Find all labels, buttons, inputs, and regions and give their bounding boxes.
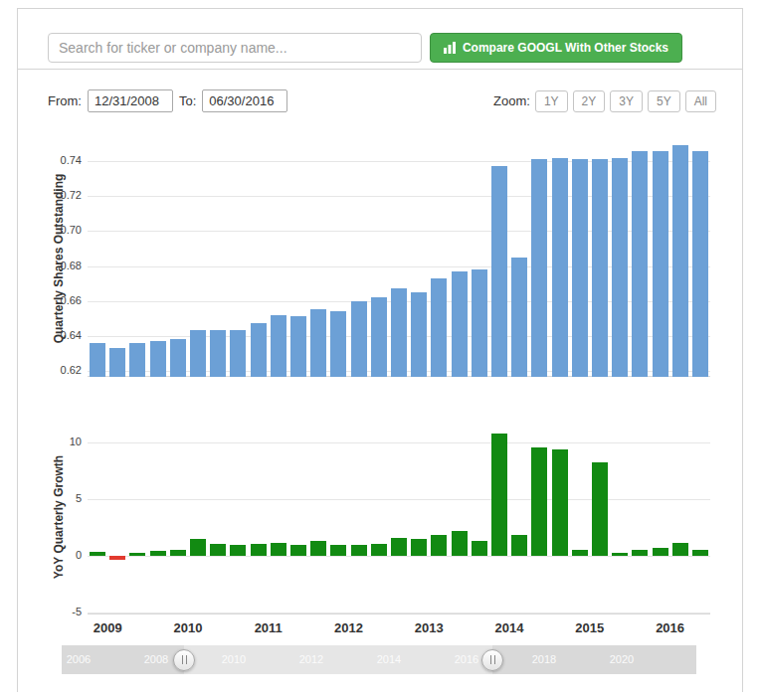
shares-bar xyxy=(109,348,125,377)
compare-button-label: Compare GOOGL With Other Stocks xyxy=(463,41,668,55)
shares-bar xyxy=(371,297,387,377)
x-axis-year-label: 2010 xyxy=(166,620,210,635)
y-tick-label: 0.64 xyxy=(34,329,82,341)
growth-bar xyxy=(452,531,468,556)
zoom-button-2y[interactable]: 2Y xyxy=(573,90,606,112)
y-tick-label: 0 xyxy=(34,549,82,561)
shares-outstanding-chart: 0.740.720.700.680.660.640.62 xyxy=(88,141,710,377)
growth-bar xyxy=(109,556,125,561)
shares-bar xyxy=(452,271,468,377)
zoom-button-1y[interactable]: 1Y xyxy=(535,90,568,112)
x-axis-year-label: 2011 xyxy=(247,620,290,635)
growth-bar xyxy=(129,553,145,555)
navigator-year-label: 2016 xyxy=(452,653,481,665)
navigator-year-label: 2006 xyxy=(64,653,94,665)
growth-bar xyxy=(150,551,166,556)
growth-bar xyxy=(431,535,447,556)
growth-bar xyxy=(210,544,226,555)
from-date-input[interactable] xyxy=(88,89,173,112)
gridline xyxy=(88,612,710,613)
yoy-growth-chart: 1050-5 xyxy=(88,420,710,614)
shares-bar xyxy=(431,278,447,377)
from-label: From: xyxy=(48,93,82,108)
shares-bar xyxy=(572,159,588,377)
shares-bar xyxy=(411,292,427,377)
shares-bar xyxy=(692,151,708,377)
navigator-year-label: 2010 xyxy=(219,653,249,665)
y-tick-label: 5 xyxy=(34,492,82,504)
growth-bar xyxy=(592,462,608,555)
x-axis-year-label: 2014 xyxy=(487,620,531,635)
navigator-year-label: 2008 xyxy=(141,653,171,665)
y-tick-label: 0.74 xyxy=(34,154,82,166)
shares-bar xyxy=(170,339,186,377)
x-axis-year-label: 2015 xyxy=(568,620,612,635)
growth-bar xyxy=(230,545,246,555)
x-axis-year-label: 2013 xyxy=(407,620,451,635)
zoom-controls: Zoom: 1Y2Y3Y5YAll xyxy=(493,90,716,112)
bar-chart-icon xyxy=(444,42,456,54)
shares-bar xyxy=(90,343,105,377)
page: Compare GOOGL With Other Stocks From: To… xyxy=(0,0,760,700)
growth-bar xyxy=(90,552,105,555)
growth-bar xyxy=(330,545,346,555)
zoom-button-all[interactable]: All xyxy=(685,90,716,112)
navigator-handle-right[interactable] xyxy=(481,649,503,671)
gridline xyxy=(88,556,710,557)
navigator-year-label: 2018 xyxy=(529,653,559,665)
shares-bar xyxy=(251,323,267,377)
growth-bar xyxy=(170,550,186,556)
growth-bar xyxy=(491,434,507,556)
y-tick-label: 0.66 xyxy=(34,294,82,306)
growth-bar xyxy=(612,553,628,555)
shares-bar xyxy=(511,258,527,377)
growth-bar xyxy=(271,543,286,556)
gridline xyxy=(88,499,710,500)
top-bar: Compare GOOGL With Other Stocks xyxy=(18,9,742,69)
growth-bar xyxy=(371,544,387,555)
shares-bar xyxy=(129,343,145,377)
shares-bar xyxy=(531,159,547,377)
shares-bar xyxy=(632,151,648,377)
growth-bar xyxy=(472,541,487,556)
growth-bar xyxy=(511,535,527,556)
shares-bar xyxy=(210,330,226,377)
y-tick-label: 0.68 xyxy=(34,260,82,271)
y-tick-label: 0.72 xyxy=(34,189,82,201)
shares-bar xyxy=(330,311,346,377)
y-tick-label: 0.62 xyxy=(34,364,82,376)
gridline xyxy=(88,442,710,443)
growth-bar xyxy=(190,539,206,556)
y-tick-label: 0.70 xyxy=(34,224,82,236)
growth-bar xyxy=(692,550,708,556)
to-date-input[interactable] xyxy=(202,89,287,112)
drag-grip-icon xyxy=(490,655,495,664)
shares-bar xyxy=(672,145,688,377)
growth-bar xyxy=(391,538,407,556)
shares-bar xyxy=(150,341,166,377)
range-navigator[interactable]: 20062008201020122014201620182020 xyxy=(62,645,696,674)
growth-bar xyxy=(632,550,648,556)
growth-bar xyxy=(552,449,568,556)
drag-grip-icon xyxy=(182,655,187,664)
growth-bar xyxy=(653,548,668,556)
shares-bar xyxy=(310,309,326,377)
shares-bar xyxy=(592,159,608,377)
shares-bar xyxy=(472,269,487,377)
compare-stocks-button[interactable]: Compare GOOGL With Other Stocks xyxy=(430,33,682,63)
chart-panel: From: To: Zoom: 1Y2Y3Y5YAll Quarterly Sh… xyxy=(18,69,742,693)
growth-bar xyxy=(672,543,688,556)
zoom-button-5y[interactable]: 5Y xyxy=(648,90,680,112)
growth-bar xyxy=(531,447,547,555)
navigator-handle-left[interactable] xyxy=(173,649,195,671)
navigator-year-label: 2020 xyxy=(607,653,637,665)
zoom-button-3y[interactable]: 3Y xyxy=(610,90,643,112)
y-tick-label: 10 xyxy=(34,436,82,447)
navigator-year-label: 2014 xyxy=(374,653,404,665)
search-input[interactable] xyxy=(48,33,422,63)
x-axis-year-label: 2009 xyxy=(86,620,129,635)
range-controls: From: To: Zoom: 1Y2Y3Y5YAll xyxy=(48,89,716,112)
growth-bar xyxy=(572,550,588,556)
to-label: To: xyxy=(179,93,196,108)
growth-bar xyxy=(411,539,427,556)
